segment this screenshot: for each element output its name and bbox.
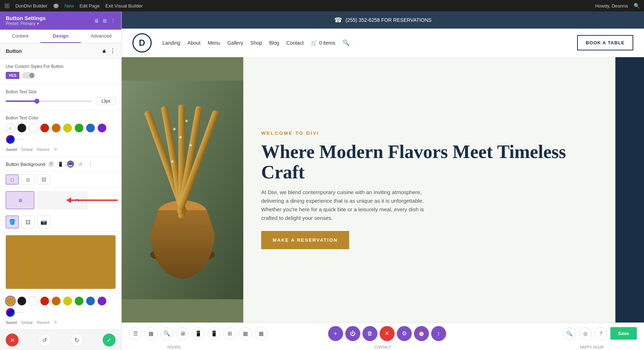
nav-about[interactable]: About <box>187 40 201 46</box>
tab-advanced[interactable]: Advanced <box>81 30 121 43</box>
swatch-red[interactable] <box>40 123 49 133</box>
panel-more-icon[interactable]: ⋮ <box>111 18 116 24</box>
color-preview-swatch[interactable] <box>6 235 116 289</box>
exit-visual-builder-link[interactable]: Exit Visual Builder <box>106 3 143 9</box>
bottom-color-global[interactable]: Global <box>21 320 33 325</box>
swatch-orange[interactable] <box>52 123 61 133</box>
admin-search-icon[interactable]: 🔍 <box>634 3 640 9</box>
tab-content[interactable]: Content <box>0 30 40 43</box>
nav-menu[interactable]: Menu <box>208 40 220 46</box>
swatch-green[interactable] <box>74 123 84 133</box>
toggle-yes-label[interactable]: YES <box>6 72 19 79</box>
nav-shop[interactable]: Shop <box>250 40 262 46</box>
slider-thumb[interactable] <box>34 99 39 104</box>
fill-image2-icon[interactable]: 📷 <box>37 216 50 228</box>
bottom-swatch-green[interactable] <box>74 296 84 306</box>
nav-contact[interactable]: Contact <box>287 40 304 46</box>
center-delete-button[interactable]: 🗑 <box>362 326 377 341</box>
nav-cart[interactable]: 🛒 0 items <box>311 40 335 46</box>
section-more-icon[interactable]: ⋮ <box>110 48 116 54</box>
swatch-gold-selected[interactable] <box>6 296 15 306</box>
bottom-swatch-gradient[interactable] <box>6 308 15 317</box>
bg-tab-gradient[interactable]: ▥ <box>21 174 34 184</box>
more-bottom-swatches[interactable]: ··· <box>17 309 24 316</box>
text-size-value[interactable]: 13px <box>96 97 116 105</box>
swatch-transparent[interactable]: ⊘ <box>6 123 15 133</box>
bottom-swatch-black[interactable] <box>17 296 26 306</box>
bg-more-icon[interactable]: ⋮ <box>87 161 94 168</box>
more-swatches[interactable]: ··· <box>17 136 24 143</box>
custom-styles-toggle[interactable] <box>22 72 35 79</box>
text-size-slider[interactable] <box>6 100 92 102</box>
swatch-white[interactable] <box>29 123 38 133</box>
color-meta-recent[interactable]: Recent <box>37 147 49 152</box>
book-table-button[interactable]: BOOK A TABLE <box>577 35 633 50</box>
text-color-field: Button Text Color ⊘ ··· Saved Global Rec… <box>0 110 121 157</box>
right-search-button[interactable]: 🔍 <box>563 327 576 340</box>
panel-monitor-icon[interactable]: 🖥 <box>94 18 99 24</box>
bottom-swatch-white[interactable] <box>29 296 38 306</box>
nav-search-icon[interactable]: 🔍 <box>342 39 350 46</box>
toolbar-search-icon[interactable]: 🔍 <box>160 327 173 340</box>
swatch-gradient[interactable] <box>6 135 15 144</box>
center-add-button[interactable]: + <box>328 326 343 341</box>
center-close-button[interactable]: ✕ <box>380 326 395 341</box>
panel-columns-icon[interactable]: ⊞ <box>103 18 107 24</box>
right-help-button[interactable]: ? <box>595 327 608 340</box>
right-layers-button[interactable]: ◎ <box>579 327 592 340</box>
toolbar-desktop-icon[interactable]: 🖥 <box>176 327 189 340</box>
fill-image-icon[interactable]: 🖼 <box>21 216 34 228</box>
panel-header: Button Settings Preset: Primary ▾ 🖥 ⊞ ⋮ <box>0 11 121 30</box>
tab-design[interactable]: Design <box>40 30 81 43</box>
center-arrows-button[interactable]: ↕ <box>431 326 446 341</box>
center-clock-button[interactable]: ⏰ <box>414 326 429 341</box>
bg-tab-color[interactable]: ◻ <box>6 174 19 184</box>
toolbar-menu-icon[interactable]: ☰ <box>129 327 142 340</box>
toolbar-rows-icon[interactable]: ⊞ <box>223 327 236 340</box>
redo-button[interactable]: ↻ <box>70 334 83 346</box>
bottom-swatch-purple[interactable] <box>97 296 107 306</box>
bg-mobile-icon[interactable]: 📱 <box>57 161 64 168</box>
swatch-purple[interactable] <box>97 123 107 133</box>
bottom-swatch-orange[interactable] <box>52 296 61 306</box>
swatch-yellow[interactable] <box>63 123 72 133</box>
bottom-color-gear-icon[interactable]: ⚙ <box>54 320 57 325</box>
nav-landing[interactable]: Landing <box>162 40 180 46</box>
center-settings-button[interactable]: ⚙ <box>397 326 412 341</box>
site-logo[interactable]: D <box>132 33 152 53</box>
make-reservation-button[interactable]: MAKE A RESERVATION <box>261 231 349 249</box>
undo-button[interactable]: ↺ <box>38 334 51 346</box>
color-meta-global[interactable]: Global <box>21 147 33 152</box>
fill-bucket-icon[interactable]: 🪣 <box>6 216 19 228</box>
bg-color-picker-btn[interactable]: 🖥 <box>6 191 34 209</box>
center-power-button[interactable]: ⏻ <box>345 326 360 341</box>
bottom-swatch-blue[interactable] <box>86 296 95 306</box>
toolbar-grid-icon[interactable]: ▦ <box>145 327 157 340</box>
swatch-blue[interactable] <box>86 123 95 133</box>
bg-desktop-icon[interactable]: 💻 <box>67 161 74 168</box>
bottom-color-recent[interactable]: Recent <box>37 320 49 325</box>
section-collapse-icon[interactable]: ▲ <box>101 48 107 54</box>
nav-blog[interactable]: Blog <box>269 40 279 46</box>
bg-help-icon[interactable]: ? <box>48 161 54 167</box>
notification-badge[interactable]: 0 <box>53 4 59 8</box>
nav-gallery[interactable]: Gallery <box>227 40 243 46</box>
toolbar-tablet-icon[interactable]: 📱 <box>192 327 205 340</box>
builder-name[interactable]: DonDivi Builder <box>15 3 48 9</box>
toolbar-cols-icon[interactable]: ▦ <box>239 327 252 340</box>
save-button[interactable]: Save <box>610 327 637 340</box>
save-check-button[interactable]: ✓ <box>103 334 116 346</box>
bg-reset-icon[interactable]: ↺ <box>77 161 84 168</box>
swatch-black[interactable] <box>17 123 26 133</box>
bg-tab-image[interactable]: 🖼 <box>37 174 50 184</box>
wordpress-icon[interactable]: ⊞ <box>4 2 10 10</box>
color-settings-gear-icon[interactable]: ⚙ <box>54 147 57 152</box>
bottom-swatch-red[interactable] <box>40 296 49 306</box>
toolbar-cells-icon[interactable]: ▦ <box>255 327 268 340</box>
cancel-button[interactable]: ✕ <box>6 334 19 346</box>
new-link[interactable]: New <box>64 3 74 9</box>
bottom-color-saved: Saved <box>6 320 17 325</box>
bottom-swatch-yellow[interactable] <box>63 296 72 306</box>
toolbar-mobile-icon[interactable]: 📱 <box>208 327 220 340</box>
edit-page-link[interactable]: Edit Page <box>79 3 99 9</box>
